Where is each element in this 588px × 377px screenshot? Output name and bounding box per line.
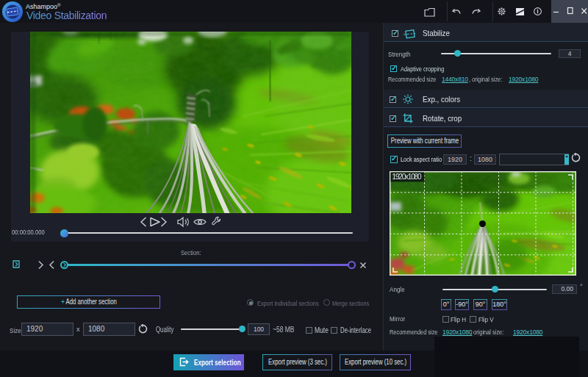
- svg-text:1920x1080: 1920x1080: [392, 173, 422, 181]
